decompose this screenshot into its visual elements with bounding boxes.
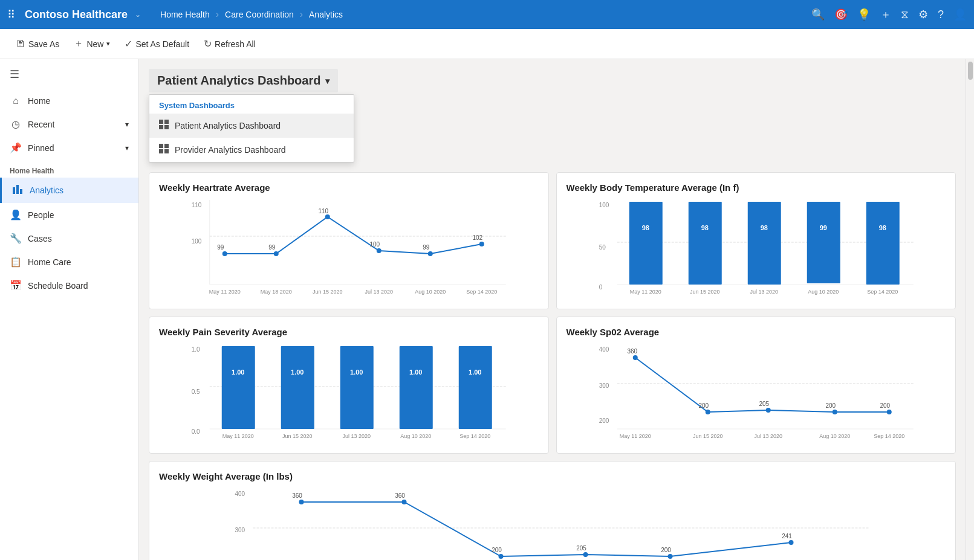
spo2-chart-title: Weekly Sp02 Average (567, 327, 946, 337)
svg-text:1.00: 1.00 (469, 369, 481, 376)
svg-rect-61 (340, 346, 374, 429)
body-temp-chart-card: Weekly Body Temperature Average (In f) 1… (556, 172, 956, 309)
sidebar-item-schedule-board[interactable]: 📅 Schedule Board (0, 274, 138, 297)
new-button[interactable]: ＋ New ▾ (68, 34, 116, 54)
svg-text:400: 400 (235, 491, 245, 497)
svg-text:Jun 15 2020: Jun 15 2020 (282, 433, 313, 439)
dashboard-title-button[interactable]: Patient Analytics Dashboard ▾ (149, 69, 338, 92)
new-chevron-icon: ▾ (106, 40, 110, 48)
svg-text:200: 200 (825, 402, 836, 409)
pin-icon: 📌 (10, 142, 22, 153)
sidebar-item-recent[interactable]: ◷ Recent ▾ (0, 112, 138, 136)
svg-rect-62 (400, 346, 433, 429)
svg-text:99: 99 (423, 244, 430, 251)
lightbulb-icon[interactable]: 💡 (857, 8, 871, 21)
charts-row-1: Weekly Heartrate Average 110 100 (149, 172, 956, 309)
weight-chart-title: Weekly Weight Average (In lbs) (159, 471, 946, 481)
heartrate-chart-title: Weekly Heartrate Average (159, 182, 539, 193)
svg-text:Aug 10 2020: Aug 10 2020 (400, 433, 431, 439)
sidebar-item-cases[interactable]: 🔧 Cases (0, 227, 138, 250)
svg-rect-8 (164, 144, 169, 148)
svg-point-82 (832, 410, 837, 414)
nav-analytics[interactable]: Analytics (309, 10, 343, 19)
svg-point-17 (274, 251, 279, 256)
svg-text:110: 110 (192, 202, 202, 208)
scrollbar-thumb[interactable] (968, 62, 973, 80)
svg-text:Jul 13 2020: Jul 13 2020 (754, 433, 782, 439)
main-content: Patient Analytics Dashboard ▾ System Das… (139, 59, 966, 560)
svg-rect-59 (222, 346, 255, 429)
svg-text:0.5: 0.5 (192, 388, 200, 395)
svg-text:May 11 2020: May 11 2020 (629, 289, 661, 295)
save-as-button[interactable]: 🖹 Save As (10, 35, 65, 53)
sidebar-item-home[interactable]: ⌂ Home (0, 89, 138, 112)
svg-text:99: 99 (268, 244, 276, 251)
svg-text:200: 200 (599, 417, 609, 424)
svg-text:99: 99 (819, 224, 826, 231)
refresh-icon: ↻ (204, 38, 212, 50)
sidebar-item-analytics[interactable]: Analytics (0, 178, 138, 203)
sidebar-item-home-care[interactable]: 📋 Home Care (0, 250, 138, 274)
svg-rect-40 (688, 202, 721, 285)
svg-text:99: 99 (217, 244, 224, 251)
svg-rect-3 (159, 120, 163, 124)
help-icon[interactable]: ? (938, 8, 944, 21)
main-layout: ☰ ⌂ Home ◷ Recent ▾ 📌 Pinned ▾ Home Heal… (0, 59, 974, 560)
svg-point-100 (402, 500, 407, 504)
svg-text:100: 100 (369, 241, 380, 248)
nav-home-health[interactable]: Home Health (160, 10, 210, 19)
filter-icon[interactable]: ⧖ (901, 8, 909, 21)
toolbar: 🖹 Save As ＋ New ▾ ✓ Set As Default ↻ Ref… (0, 29, 974, 59)
sidebar-item-people[interactable]: 👤 People (0, 203, 138, 227)
svg-text:100: 100 (599, 202, 609, 208)
dropdown-item-patient[interactable]: Patient Analytics Dashboard (149, 114, 354, 138)
hamburger-icon[interactable]: ☰ (0, 59, 138, 89)
svg-text:Jun 15 2020: Jun 15 2020 (692, 433, 722, 439)
svg-text:0.0: 0.0 (192, 428, 200, 435)
svg-rect-39 (629, 202, 662, 285)
svg-text:98: 98 (760, 224, 767, 231)
top-navigation: ⠿ Contoso Healthcare ⌄ Home Health › Car… (0, 0, 974, 29)
svg-text:Aug 10 2020: Aug 10 2020 (819, 433, 850, 439)
svg-rect-1 (16, 185, 19, 194)
target-icon[interactable]: 🎯 (834, 8, 848, 21)
home-icon: ⌂ (10, 95, 22, 106)
people-icon: 👤 (10, 209, 22, 220)
refresh-all-button[interactable]: ↻ Refresh All (198, 34, 262, 53)
svg-text:Jul 13 2020: Jul 13 2020 (342, 433, 371, 439)
user-icon[interactable]: 👤 (953, 8, 967, 21)
svg-point-81 (765, 408, 770, 413)
spo2-chart-svg: 400 300 200 360 200 (567, 344, 946, 441)
nav-care-coordination[interactable]: Care Coordination (225, 10, 294, 19)
svg-text:May 11 2020: May 11 2020 (619, 433, 651, 439)
search-icon[interactable]: 🔍 (811, 8, 825, 21)
dashboard-grid-icon-2 (159, 144, 169, 156)
dropdown-section-label: System Dashboards (149, 95, 354, 114)
sidebar-item-pinned[interactable]: 📌 Pinned ▾ (0, 136, 138, 159)
svg-point-19 (377, 248, 381, 253)
svg-rect-7 (159, 144, 163, 148)
svg-text:102: 102 (472, 234, 482, 241)
top-nav-actions: 🔍 🎯 💡 ＋ ⧖ ⚙ ? 👤 (811, 7, 967, 22)
scrollbar-track[interactable] (966, 59, 974, 560)
set-as-default-button[interactable]: ✓ Set As Default (119, 34, 195, 53)
svg-text:200: 200 (661, 547, 671, 553)
settings-icon[interactable]: ⚙ (918, 8, 928, 21)
svg-point-103 (668, 554, 673, 559)
svg-point-16 (222, 251, 227, 256)
brand-chevron-icon[interactable]: ⌄ (135, 10, 141, 19)
svg-text:May 18 2020: May 18 2020 (261, 289, 292, 295)
svg-text:0: 0 (599, 284, 602, 291)
svg-text:Jun 15 2020: Jun 15 2020 (689, 289, 719, 295)
svg-text:1.00: 1.00 (409, 369, 422, 376)
sidebar: ☰ ⌂ Home ◷ Recent ▾ 📌 Pinned ▾ Home Heal… (0, 59, 139, 560)
weight-chart-card: Weekly Weight Average (In lbs) 400 300 2… (149, 461, 956, 560)
app-grid-icon[interactable]: ⠿ (7, 8, 15, 21)
home-care-icon: 📋 (10, 256, 22, 268)
cases-icon: 🔧 (10, 233, 22, 244)
add-icon[interactable]: ＋ (880, 7, 891, 22)
dropdown-item-provider[interactable]: Provider Analytics Dashboard (149, 138, 354, 162)
svg-point-83 (886, 410, 891, 414)
recent-icon: ◷ (10, 118, 22, 130)
svg-rect-63 (459, 346, 492, 429)
